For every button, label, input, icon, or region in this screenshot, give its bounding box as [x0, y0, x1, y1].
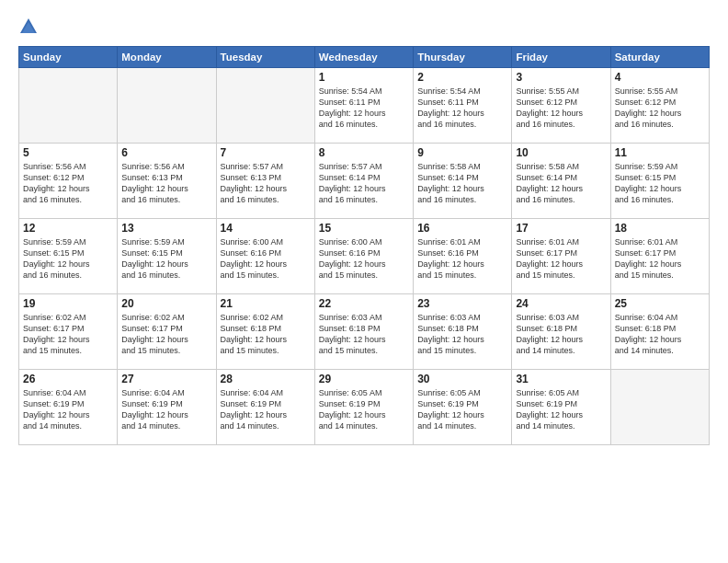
- weekday-header-row: SundayMondayTuesdayWednesdayThursdayFrid…: [19, 47, 710, 68]
- week-row-5: 26Sunrise: 6:04 AM Sunset: 6:19 PM Dayli…: [19, 370, 710, 445]
- calendar-cell: 24Sunrise: 6:03 AM Sunset: 6:18 PM Dayli…: [512, 294, 610, 370]
- calendar-cell: [216, 68, 314, 144]
- day-number: 24: [516, 297, 606, 310]
- day-number: 22: [319, 297, 409, 310]
- calendar-cell: 28Sunrise: 6:04 AM Sunset: 6:19 PM Dayli…: [216, 370, 314, 445]
- week-row-3: 12Sunrise: 5:59 AM Sunset: 6:15 PM Dayli…: [19, 219, 710, 294]
- calendar-cell: 30Sunrise: 6:05 AM Sunset: 6:19 PM Dayli…: [414, 370, 512, 445]
- day-number: 4: [615, 71, 705, 84]
- day-info: Sunrise: 6:00 AM Sunset: 6:16 PM Dayligh…: [221, 236, 311, 282]
- calendar-cell: 23Sunrise: 6:03 AM Sunset: 6:18 PM Dayli…: [414, 294, 512, 370]
- weekday-header-sunday: Sunday: [19, 47, 118, 68]
- day-info: Sunrise: 6:04 AM Sunset: 6:19 PM Dayligh…: [121, 387, 211, 432]
- day-number: 29: [319, 373, 409, 385]
- calendar-cell: [19, 68, 118, 144]
- day-info: Sunrise: 5:55 AM Sunset: 6:12 PM Dayligh…: [516, 86, 606, 131]
- calendar-cell: 21Sunrise: 6:02 AM Sunset: 6:18 PM Dayli…: [216, 294, 314, 370]
- day-number: 6: [121, 146, 211, 159]
- calendar-cell: 14Sunrise: 6:00 AM Sunset: 6:16 PM Dayli…: [216, 219, 314, 294]
- day-info: Sunrise: 5:56 AM Sunset: 6:13 PM Dayligh…: [121, 161, 211, 206]
- day-number: 10: [516, 146, 606, 159]
- calendar-cell: 10Sunrise: 5:58 AM Sunset: 6:14 PM Dayli…: [512, 144, 610, 219]
- day-number: 7: [221, 146, 311, 159]
- day-number: 8: [319, 146, 409, 159]
- day-number: 30: [417, 373, 507, 385]
- day-number: 27: [121, 373, 211, 385]
- day-number: 11: [615, 146, 705, 159]
- week-row-2: 5Sunrise: 5:56 AM Sunset: 6:12 PM Daylig…: [19, 144, 710, 219]
- calendar-cell: 8Sunrise: 5:57 AM Sunset: 6:14 PM Daylig…: [314, 144, 413, 219]
- calendar-cell: 31Sunrise: 6:05 AM Sunset: 6:19 PM Dayli…: [512, 370, 610, 445]
- calendar-cell: 25Sunrise: 6:04 AM Sunset: 6:18 PM Dayli…: [610, 294, 709, 370]
- weekday-header-tuesday: Tuesday: [216, 47, 314, 68]
- day-info: Sunrise: 6:01 AM Sunset: 6:17 PM Dayligh…: [615, 236, 705, 282]
- calendar-cell: 26Sunrise: 6:04 AM Sunset: 6:19 PM Dayli…: [19, 370, 118, 445]
- day-number: 17: [516, 222, 606, 235]
- calendar-cell: 29Sunrise: 6:05 AM Sunset: 6:19 PM Dayli…: [314, 370, 413, 445]
- calendar-cell: 19Sunrise: 6:02 AM Sunset: 6:17 PM Dayli…: [19, 294, 118, 370]
- day-number: 23: [417, 297, 507, 310]
- day-number: 19: [23, 297, 113, 310]
- day-number: 31: [516, 373, 606, 385]
- weekday-header-thursday: Thursday: [414, 47, 512, 68]
- day-info: Sunrise: 6:05 AM Sunset: 6:19 PM Dayligh…: [516, 387, 606, 432]
- calendar-cell: 17Sunrise: 6:01 AM Sunset: 6:17 PM Dayli…: [512, 219, 610, 294]
- day-info: Sunrise: 6:04 AM Sunset: 6:19 PM Dayligh…: [221, 387, 311, 432]
- calendar-cell: 4Sunrise: 5:55 AM Sunset: 6:12 PM Daylig…: [610, 68, 709, 144]
- day-number: 2: [417, 71, 507, 84]
- day-number: 18: [615, 222, 705, 235]
- day-info: Sunrise: 6:03 AM Sunset: 6:18 PM Dayligh…: [516, 312, 606, 357]
- day-info: Sunrise: 6:03 AM Sunset: 6:18 PM Dayligh…: [417, 312, 507, 357]
- day-info: Sunrise: 5:54 AM Sunset: 6:11 PM Dayligh…: [319, 86, 409, 131]
- calendar-cell: 9Sunrise: 5:58 AM Sunset: 6:14 PM Daylig…: [414, 144, 512, 219]
- day-info: Sunrise: 6:02 AM Sunset: 6:17 PM Dayligh…: [23, 312, 113, 357]
- day-number: 13: [121, 222, 211, 235]
- day-info: Sunrise: 6:04 AM Sunset: 6:18 PM Dayligh…: [615, 312, 705, 357]
- calendar-cell: 6Sunrise: 5:56 AM Sunset: 6:13 PM Daylig…: [118, 144, 216, 219]
- calendar-cell: 12Sunrise: 5:59 AM Sunset: 6:15 PM Dayli…: [19, 219, 118, 294]
- day-number: 12: [23, 222, 113, 235]
- day-number: 28: [221, 373, 311, 385]
- day-info: Sunrise: 5:55 AM Sunset: 6:12 PM Dayligh…: [615, 86, 705, 131]
- day-info: Sunrise: 6:01 AM Sunset: 6:16 PM Dayligh…: [417, 236, 507, 282]
- day-info: Sunrise: 6:01 AM Sunset: 6:17 PM Dayligh…: [516, 236, 606, 282]
- day-number: 1: [319, 71, 409, 84]
- day-number: 5: [23, 146, 113, 159]
- week-row-1: 1Sunrise: 5:54 AM Sunset: 6:11 PM Daylig…: [19, 68, 710, 144]
- day-info: Sunrise: 6:02 AM Sunset: 6:17 PM Dayligh…: [121, 312, 211, 357]
- day-info: Sunrise: 5:59 AM Sunset: 6:15 PM Dayligh…: [121, 236, 211, 282]
- day-info: Sunrise: 5:58 AM Sunset: 6:14 PM Dayligh…: [516, 161, 606, 206]
- calendar-cell: 27Sunrise: 6:04 AM Sunset: 6:19 PM Dayli…: [118, 370, 216, 445]
- day-info: Sunrise: 6:02 AM Sunset: 6:18 PM Dayligh…: [221, 312, 311, 357]
- calendar-cell: 16Sunrise: 6:01 AM Sunset: 6:16 PM Dayli…: [414, 219, 512, 294]
- calendar-cell: 11Sunrise: 5:59 AM Sunset: 6:15 PM Dayli…: [610, 144, 709, 219]
- calendar-cell: 5Sunrise: 5:56 AM Sunset: 6:12 PM Daylig…: [19, 144, 118, 219]
- day-info: Sunrise: 6:03 AM Sunset: 6:18 PM Dayligh…: [319, 312, 409, 357]
- day-number: 21: [221, 297, 311, 310]
- calendar-cell: [610, 370, 709, 445]
- calendar-cell: 20Sunrise: 6:02 AM Sunset: 6:17 PM Dayli…: [118, 294, 216, 370]
- calendar-cell: 7Sunrise: 5:57 AM Sunset: 6:13 PM Daylig…: [216, 144, 314, 219]
- calendar-cell: 18Sunrise: 6:01 AM Sunset: 6:17 PM Dayli…: [610, 219, 709, 294]
- day-number: 25: [615, 297, 705, 310]
- day-info: Sunrise: 5:58 AM Sunset: 6:14 PM Dayligh…: [417, 161, 507, 206]
- day-info: Sunrise: 6:05 AM Sunset: 6:19 PM Dayligh…: [319, 387, 409, 432]
- calendar-cell: 2Sunrise: 5:54 AM Sunset: 6:11 PM Daylig…: [414, 68, 512, 144]
- day-number: 20: [121, 297, 211, 310]
- day-info: Sunrise: 5:57 AM Sunset: 6:13 PM Dayligh…: [221, 161, 311, 206]
- week-row-4: 19Sunrise: 6:02 AM Sunset: 6:17 PM Dayli…: [19, 294, 710, 370]
- logo-icon: [18, 17, 39, 37]
- weekday-header-friday: Friday: [512, 47, 610, 68]
- calendar: SundayMondayTuesdayWednesdayThursdayFrid…: [18, 46, 710, 445]
- page: SundayMondayTuesdayWednesdayThursdayFrid…: [0, 0, 728, 563]
- logo: [18, 17, 42, 37]
- calendar-cell: [118, 68, 216, 144]
- weekday-header-monday: Monday: [118, 47, 216, 68]
- day-number: 14: [221, 222, 311, 235]
- weekday-header-wednesday: Wednesday: [314, 47, 413, 68]
- header: [18, 17, 710, 37]
- calendar-cell: 1Sunrise: 5:54 AM Sunset: 6:11 PM Daylig…: [314, 68, 413, 144]
- calendar-cell: 13Sunrise: 5:59 AM Sunset: 6:15 PM Dayli…: [118, 219, 216, 294]
- day-number: 26: [23, 373, 113, 385]
- day-number: 15: [319, 222, 409, 235]
